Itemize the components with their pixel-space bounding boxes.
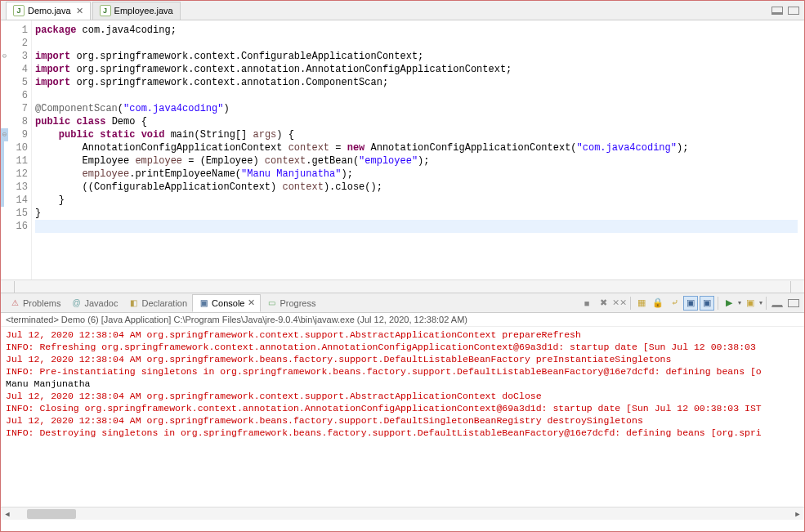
java-file-icon: J [13, 5, 25, 16]
scroll-lock-button[interactable]: 🔒 [651, 296, 665, 311]
javadoc-icon: @ [70, 297, 82, 309]
tab-console[interactable]: ▣Console✕ [192, 294, 261, 312]
views-tab-bar: ⚠Problems @Javadoc ◧Declaration ▣Console… [1, 293, 804, 313]
tab-employee-java[interactable]: J Employee.java [92, 2, 181, 20]
views-pane: ⚠Problems @Javadoc ◧Declaration ▣Console… [1, 293, 804, 520]
word-wrap-button[interactable]: ⤶ [667, 296, 682, 311]
console-termination-line: <terminated> Demo (6) [Java Application]… [1, 313, 804, 327]
terminate-button[interactable]: ■ [579, 296, 594, 311]
console-output[interactable]: Jul 12, 2020 12:38:04 AM org.springframe… [1, 327, 804, 507]
display-selected-button[interactable]: ▣ [743, 296, 758, 311]
toolbar-separator [766, 297, 767, 310]
tab-problems[interactable]: ⚠Problems [4, 294, 65, 312]
tab-progress[interactable]: ▭Progress [261, 294, 320, 312]
clear-console-button[interactable]: ▦ [634, 296, 649, 311]
view-tab-label: Problems [23, 298, 60, 308]
view-tab-label: Console [212, 298, 244, 308]
editor-tab-bar: J Demo.java ✕ J Employee.java [1, 1, 804, 20]
tab-label: Demo.java [28, 6, 71, 16]
declaration-icon: ◧ [127, 297, 139, 309]
remove-launch-button[interactable]: ✖ [596, 296, 610, 311]
tab-declaration[interactable]: ◧Declaration [123, 294, 192, 312]
dropdown-arrow-icon[interactable]: ▾ [738, 299, 741, 306]
toolbar-separator [718, 297, 718, 310]
view-tab-label: Declaration [141, 298, 187, 308]
code-content[interactable]: package com.java4coding; import org.spri… [32, 20, 804, 279]
java-file-icon: J [100, 5, 111, 16]
toolbar-separator [630, 297, 631, 310]
view-tab-label: Progress [280, 298, 315, 308]
show-console-button[interactable]: ▣ [700, 296, 714, 311]
maximize-button[interactable] [788, 7, 799, 15]
progress-icon: ▭ [266, 297, 277, 309]
dropdown-arrow-icon[interactable]: ▾ [759, 299, 763, 306]
console-toolbar: ■ ✖ ⨯⨯ ▦ 🔒 ⤶ ▣ ▣ ▶ ▾ ▣ ▾ [579, 296, 801, 311]
pin-console-button[interactable]: ▣ [683, 296, 698, 311]
editor-horizontal-scrollbar[interactable] [1, 279, 804, 293]
remove-all-button[interactable]: ⨯⨯ [612, 296, 627, 311]
console-icon: ▣ [198, 297, 209, 309]
tab-javadoc[interactable]: @Javadoc [65, 294, 123, 312]
view-tab-label: Javadoc [84, 298, 118, 308]
line-number-gutter: 12345678910111213141516 [11, 20, 32, 279]
editor-window-controls [771, 7, 804, 15]
open-console-button[interactable]: ▶ [722, 296, 736, 311]
console-horizontal-scrollbar[interactable] [1, 507, 804, 520]
minimize-button[interactable] [771, 299, 783, 307]
close-icon[interactable]: ✕ [76, 6, 83, 16]
marker-column: ⊖⊖ [1, 20, 11, 279]
code-editor[interactable]: ⊖⊖ 12345678910111213141516 package com.j… [1, 20, 804, 279]
problems-icon: ⚠ [9, 297, 20, 309]
minimize-button[interactable] [771, 7, 783, 15]
close-icon[interactable]: ✕ [248, 297, 255, 308]
maximize-button[interactable] [788, 299, 799, 307]
scrollbar-thumb[interactable] [27, 509, 76, 519]
editor-pane: J Demo.java ✕ J Employee.java ⊖⊖ 1234567… [1, 1, 804, 293]
tab-demo-java[interactable]: J Demo.java ✕ [6, 2, 91, 20]
tab-label: Employee.java [114, 6, 173, 16]
